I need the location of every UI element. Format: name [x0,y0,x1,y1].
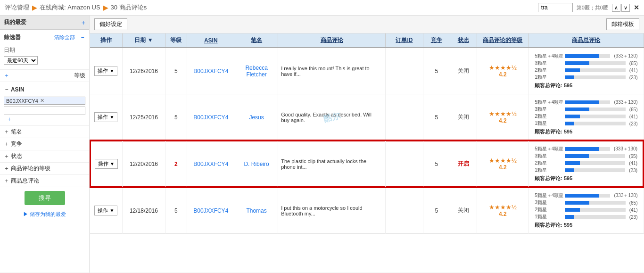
search-prev-button[interactable]: ∧ [612,4,620,12]
orderid-cell [386,141,423,187]
author-label[interactable]: ＋ 笔名 [4,128,22,136]
add-asin-link[interactable]: + [4,115,85,124]
asin-filter-section: － ASIN B00JXXFCY4 ✕ + [0,82,89,126]
bar-fill [565,154,589,158]
prod-rating-cell: ★★★★½ 4.2 [477,187,529,234]
prod-rating-num: 4.2 [499,117,507,124]
filter-clear-button[interactable]: 清除全部 [54,34,75,40]
search-next-button[interactable]: ∨ [621,4,630,12]
date-select[interactable]: 最近60天 [4,56,38,65]
asin-label: ASIN [11,86,25,93]
bar-count: (41) [629,68,638,73]
star-label: 2颗星 [535,113,563,120]
action-cell: 操作 ▼ [90,94,122,141]
bar-count: (65) [629,200,638,206]
action-button[interactable]: 操作 ▼ [94,206,117,215]
save-favorites-link[interactable]: ▶ 储存为我的最爱 [0,209,89,220]
bar-count: (333＋130) [614,192,637,199]
grade-expand-icon[interactable]: ＋ [4,72,9,80]
asin-link[interactable]: B00JXXFCY4 [193,114,228,121]
breadcrumb: 评论管理 ▶ 在线商城: Amazon US ▶ 30 商品评论s [5,3,147,12]
toolbar: 偏好设定 邮箱模板 [90,16,644,33]
email-template-button[interactable]: 邮箱模板 [606,18,639,30]
review-text: The plastic clip that actually locks the… [281,158,375,170]
star-row: 3颗星 (65) [535,106,637,113]
search-button[interactable]: 搜寻 [25,191,65,205]
filter-collapse-button[interactable]: － [80,34,85,41]
table-row: 操作 ▼12/25/20165B00JXXFCY4JesusGood quali… [90,94,644,141]
review-cell: Good quality. Exactly as described. Will… [278,94,386,141]
table-row: 操作 ▼12/20/20162B00JXXFCY4D. RibeiroThe p… [90,141,644,187]
compete-cell: 5 [423,141,450,187]
total-label: 顾客总评论: 595 [535,128,637,135]
bar-fill [565,61,589,65]
bar-fill [565,161,580,165]
asin-tag: B00JXXFCY4 ✕ [4,97,85,105]
bar-container [565,54,610,58]
compete-label[interactable]: ＋ 竞争 [4,140,22,148]
date-row: 最近60天 [4,55,85,66]
table-container: 操作 日期 ▼ 等级 ASIN 笔名 商品评论 订单ID 竞争 状态 商品评论的… [90,33,644,273]
asin-link[interactable]: B00JXXFCY4 [193,68,228,74]
bar-fill [565,215,574,219]
action-button[interactable]: 操作 ▼ [95,159,118,169]
asin-link[interactable]: B00JXXFCY4 [193,161,228,167]
bar-container [565,108,626,111]
star-row: 5颗星＋4颗星 (333＋130) [535,99,637,106]
search-close-button[interactable]: ✕ [634,4,639,11]
date-cell: 12/26/2016 [122,48,165,94]
asin-tag-remove[interactable]: ✕ [40,98,44,104]
prod-rating-label[interactable]: ＋ 商品评论的等级 [4,165,50,173]
compete-cell: 5 [423,48,450,94]
star-label: 5颗星＋4颗星 [535,192,563,199]
prod-rating-num: 4.2 [499,71,507,78]
author-link[interactable]: Rebecca Fletcher [245,65,267,78]
orderid-cell [386,48,423,94]
asin-tag-value: B00JXXFCY4 [6,98,38,104]
bar-fill [565,168,574,172]
author-link[interactable]: Thomas [246,207,266,214]
status-badge: 关闭 [458,207,469,214]
status-label[interactable]: ＋ 状态 [4,152,22,160]
table-row: 操作 ▼12/26/20165B00JXXFCY4Rebecca Fletche… [90,48,644,94]
star-row: 2颗星 (41) [535,113,637,120]
prod-summary-label[interactable]: ＋ 商品总评论 [4,177,39,185]
breadcrumb-part1: 评论管理 [5,3,29,12]
author-link[interactable]: D. Ribeiro [244,161,269,167]
review-text: I put this on a motorcycle so I could Bl… [281,205,375,216]
star-label: 3颗星 [535,106,563,113]
pref-button[interactable]: 偏好设定 [94,18,127,30]
header-prodsummary: 商品总评论 [529,33,644,48]
summary-content: 5颗星＋4颗星 (333＋130) 3颗星 (65) 2颗星 (41) 1颗星 … [532,97,640,137]
asin-expand-icon[interactable]: － [4,86,9,93]
sidebar-favorites-header: 我的最爱 + [0,16,89,30]
breadcrumb-part3: 30 商品评论s [111,3,147,12]
bar-count: (41) [629,161,637,166]
bar-fill [565,100,599,104]
review-text: Good quality. Exactly as described. Will… [281,112,375,123]
reviews-table: 操作 日期 ▼ 等级 ASIN 笔名 商品评论 订单ID 竞争 状态 商品评论的… [90,33,644,234]
content-area: 偏好设定 邮箱模板 操作 日期 ▼ 等级 ASIN 笔名 商品评论 订单ID 竞… [90,16,644,273]
status-cell: 关闭 [450,94,477,141]
header-author: 笔名 [235,33,278,48]
star-row: 1颗星 (23) [535,214,637,220]
bar-fill [565,201,589,205]
bar-container [565,68,626,72]
asin-cell: B00JXXFCY4 [187,48,235,94]
bar-container [565,201,626,205]
search-input[interactable] [541,4,570,11]
star-label: 5颗星＋4颗星 [535,99,563,106]
header-date[interactable]: 日期 ▼ [122,33,165,48]
action-button[interactable]: 操作 ▼ [94,66,117,76]
header-compete: 竞争 [423,33,450,48]
asin-link[interactable]: B00JXXFCY4 [193,207,228,214]
star-row: 3颗星 (65) [535,60,637,66]
author-link[interactable]: Jesus [249,114,264,121]
asin-input[interactable] [4,107,85,115]
sidebar-favorites-add[interactable]: + [82,19,85,26]
action-button[interactable]: 操作 ▼ [94,112,117,122]
rating-value: 2 [174,161,178,167]
star-label: 2颗星 [535,160,563,166]
prod-rating-num: 4.2 [499,164,507,171]
bar-container [565,147,610,151]
